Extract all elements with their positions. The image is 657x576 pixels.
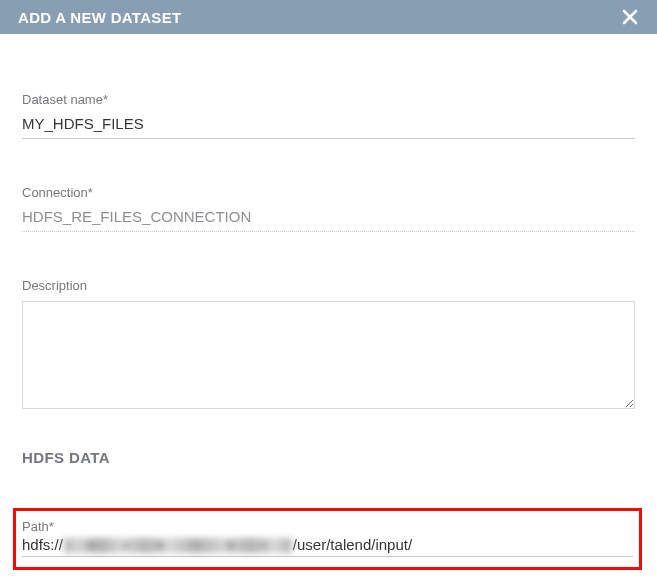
close-icon[interactable]	[621, 8, 639, 26]
path-input-wrap[interactable]: hdfs:// /user/talend/input/	[22, 536, 633, 557]
connection-field: Connection*	[22, 185, 635, 232]
dataset-name-input[interactable]	[22, 109, 635, 139]
description-field: Description	[22, 278, 635, 413]
description-label: Description	[22, 278, 635, 293]
path-host-redacted	[64, 538, 292, 553]
dataset-name-field: Dataset name*	[22, 92, 635, 139]
dataset-name-label: Dataset name*	[22, 92, 635, 107]
path-highlight-box: Path* hdfs:// /user/talend/input/	[13, 508, 642, 570]
path-prefix: hdfs://	[22, 536, 63, 554]
path-input: hdfs:// /user/talend/input/	[22, 536, 633, 554]
form-body: Dataset name* Connection* Description HD…	[0, 34, 657, 576]
description-textarea[interactable]	[22, 301, 635, 409]
hdfs-data-heading: HDFS DATA	[22, 449, 635, 466]
dialog-header: ADD A NEW DATASET	[0, 0, 657, 34]
path-suffix: /user/talend/input/	[293, 536, 412, 554]
dialog-title: ADD A NEW DATASET	[18, 9, 181, 26]
path-label: Path*	[22, 519, 633, 534]
connection-input[interactable]	[22, 202, 635, 232]
connection-label: Connection*	[22, 185, 635, 200]
